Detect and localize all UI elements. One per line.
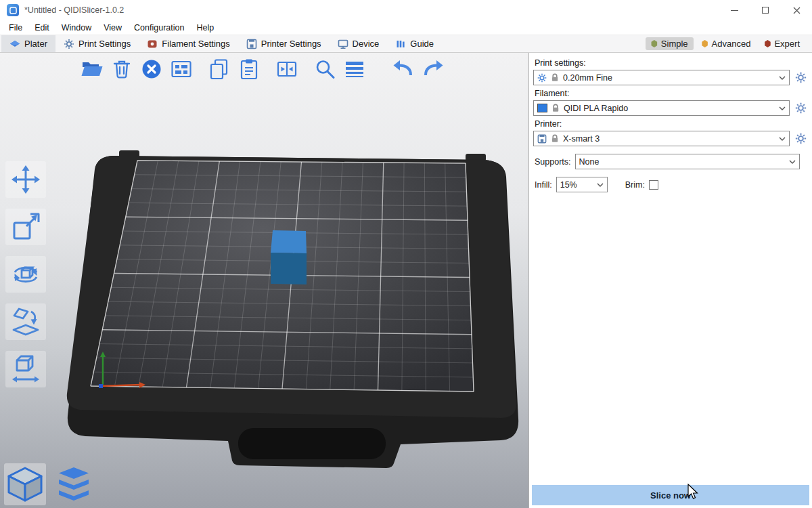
menu-help[interactable]: Help — [190, 22, 220, 34]
cut-tool-button[interactable] — [5, 351, 46, 387]
chevron-down-icon — [789, 160, 796, 164]
mode-label: Simple — [661, 39, 688, 49]
supports-label: Supports: — [535, 157, 571, 167]
3d-view-cube-icon — [5, 465, 45, 504]
filament-combo[interactable]: QIDI PLA Rapido — [533, 100, 790, 116]
gear-icon — [795, 133, 807, 144]
arrange-button[interactable] — [169, 56, 194, 83]
mode-advanced[interactable]: Advanced — [696, 37, 757, 50]
menu-file[interactable]: File — [3, 22, 28, 34]
supports-combo[interactable]: None — [575, 154, 800, 169]
filament-color-swatch — [537, 104, 547, 112]
print-settings-value: 0.20mm Fine — [563, 73, 775, 83]
layer-height-icon — [343, 58, 366, 81]
arrange-icon — [170, 58, 193, 81]
tab-label: Plater — [24, 39, 47, 49]
maximize-button[interactable] — [750, 0, 781, 20]
move-tool-button[interactable] — [5, 161, 46, 198]
3d-viewport[interactable] — [0, 53, 529, 508]
place-on-face-tool-button[interactable] — [5, 303, 46, 340]
menu-configuration[interactable]: Configuration — [128, 22, 190, 34]
print-settings-combo[interactable]: 0.20mm Fine — [533, 70, 790, 85]
advanced-mode-icon — [702, 40, 708, 47]
copy-button[interactable] — [207, 56, 231, 83]
gear-icon — [795, 72, 807, 83]
delete-all-icon — [140, 58, 163, 81]
redo-icon — [422, 58, 445, 81]
split-view-icon — [275, 58, 298, 81]
open-folder-icon — [81, 58, 104, 81]
search-icon — [313, 58, 336, 81]
minimize-button[interactable] — [719, 0, 750, 20]
split-view-button[interactable] — [275, 56, 299, 83]
mode-expert[interactable]: Expert — [759, 37, 805, 50]
filament-value: QIDI PLA Rapido — [564, 104, 775, 113]
mode-label: Advanced — [712, 39, 751, 49]
gear-icon — [795, 102, 807, 114]
lock-icon — [551, 104, 560, 112]
menubar: File Edit Window View Configuration Help — [0, 20, 812, 35]
menu-window[interactable]: Window — [55, 22, 97, 34]
object-tools-toolbar — [5, 161, 46, 387]
titlebar: *Untitled - QIDISlicer-1.0.2 — [0, 0, 812, 20]
3d-editor-view-button[interactable] — [4, 463, 46, 505]
paste-button[interactable] — [237, 56, 261, 83]
close-button[interactable] — [781, 0, 812, 20]
filament-gear-button[interactable] — [794, 102, 807, 115]
menu-view[interactable]: View — [97, 22, 128, 34]
preview-view-button[interactable] — [53, 463, 95, 505]
guide-icon — [395, 39, 406, 49]
lock-icon — [551, 134, 559, 143]
rotate-icon — [10, 259, 41, 290]
open-file-button[interactable] — [80, 56, 104, 83]
tab-printer-settings[interactable]: Printer Settings — [238, 35, 330, 52]
infill-label: Infill: — [535, 180, 552, 190]
tab-print-settings[interactable]: Print Settings — [55, 35, 139, 52]
close-icon — [793, 7, 800, 14]
rotate-tool-button[interactable] — [5, 256, 46, 293]
redo-button[interactable] — [421, 56, 445, 83]
printer-combo[interactable]: X-smart 3 — [533, 131, 790, 146]
undo-button[interactable] — [391, 56, 415, 83]
slice-now-button[interactable]: Slice now — [532, 485, 809, 505]
printer-value: X-smart 3 — [563, 134, 775, 144]
tabbar: Plater Print Settings Filament Settings … — [0, 35, 812, 53]
tab-filament-settings[interactable]: Filament Settings — [139, 35, 238, 52]
place-on-face-icon — [10, 306, 41, 337]
infill-combo[interactable]: 15% — [556, 177, 608, 192]
copy-icon — [208, 58, 231, 81]
chevron-down-icon — [779, 76, 786, 80]
build-plate-scene[interactable] — [0, 53, 529, 508]
tab-device[interactable]: Device — [330, 35, 388, 52]
tab-guide[interactable]: Guide — [387, 35, 442, 52]
search-button[interactable] — [313, 56, 337, 83]
mode-label: Expert — [774, 39, 800, 49]
print-settings-gear-button[interactable] — [794, 71, 807, 85]
supports-value: None — [579, 157, 785, 167]
plater-icon — [9, 39, 20, 49]
layers-preview-icon — [54, 465, 93, 504]
paste-icon — [238, 58, 261, 81]
scale-tool-button[interactable] — [5, 209, 46, 245]
tab-plater[interactable]: Plater — [1, 35, 55, 52]
model-cube[interactable] — [271, 230, 307, 284]
delete-button[interactable] — [110, 56, 134, 83]
menu-edit[interactable]: Edit — [28, 22, 55, 34]
device-icon — [338, 39, 348, 49]
infill-value: 15% — [560, 180, 593, 190]
brim-checkbox[interactable] — [649, 180, 658, 190]
printer-label: Printer: — [535, 119, 807, 129]
mode-simple[interactable]: Simple — [646, 37, 694, 50]
cut-icon — [10, 354, 41, 385]
printer-icon — [537, 134, 547, 144]
printer-gear-button[interactable] — [794, 132, 807, 146]
bed-handle — [238, 428, 386, 459]
scale-icon — [10, 211, 41, 242]
window-controls — [719, 0, 812, 20]
app-logo-icon — [7, 4, 19, 16]
brim-label: Brim: — [625, 180, 645, 190]
trash-icon — [110, 58, 133, 81]
delete-all-button[interactable] — [139, 56, 164, 83]
variable-layer-height-button[interactable] — [342, 56, 367, 83]
move-icon — [10, 164, 41, 195]
